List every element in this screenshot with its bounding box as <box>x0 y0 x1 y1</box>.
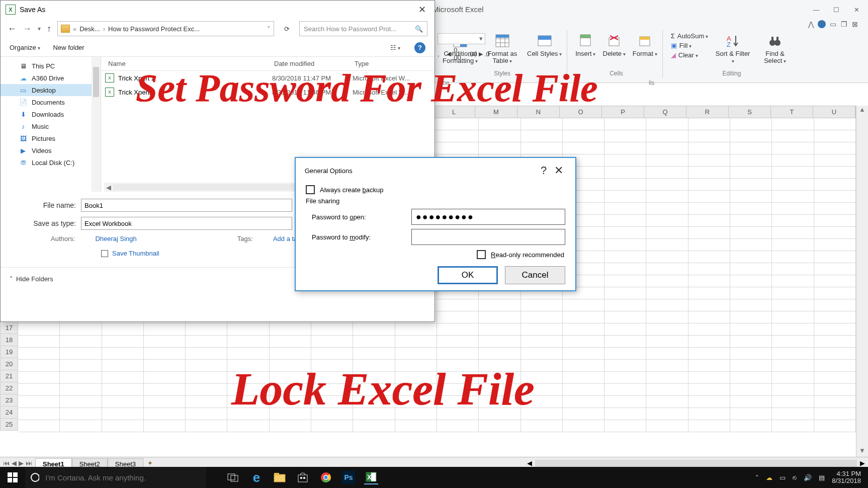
header-name[interactable]: Name <box>101 60 267 67</box>
sheet-nav-prev[interactable]: ◀ <box>12 459 17 467</box>
col-L[interactable]: L <box>433 106 475 118</box>
row-18[interactable]: 18 <box>0 334 18 346</box>
format-button[interactable]: Format <box>633 32 657 57</box>
close-button[interactable]: ✕ <box>851 4 862 15</box>
row-25[interactable]: 25 <box>0 419 18 431</box>
col-Q[interactable]: Q <box>644 106 686 118</box>
nav-a360[interactable]: ☁A360 Drive <box>1 72 101 84</box>
dialog-close-button[interactable]: ✕ <box>414 2 429 17</box>
store-icon[interactable] <box>296 470 310 484</box>
genopt-close-button[interactable]: ✕ <box>551 164 566 177</box>
tray-wifi-icon[interactable]: ⎋ <box>793 474 797 481</box>
autosum-button[interactable]: ΣAutoSum <box>671 32 708 40</box>
sheet-nav-next[interactable]: ▶ <box>19 459 24 467</box>
nav-videos[interactable]: ▶Videos <box>1 144 101 156</box>
minimize-button[interactable]: — <box>811 4 822 15</box>
format-as-table-button[interactable]: Format as Table <box>485 32 520 65</box>
fill-button[interactable]: ▣Fill <box>671 42 691 49</box>
nav-music[interactable]: ♪Music <box>1 120 101 132</box>
filename-input[interactable] <box>81 199 292 212</box>
number-format-dropdown[interactable]: ▾ <box>438 33 485 44</box>
hscroll-track[interactable] <box>535 460 857 467</box>
col-T[interactable]: T <box>771 106 813 118</box>
chrome-icon[interactable] <box>319 470 333 484</box>
col-M[interactable]: M <box>475 106 517 118</box>
insert-button[interactable]: Insert <box>575 32 595 57</box>
address-dropdown[interactable]: ˅ <box>267 25 271 33</box>
delete-button[interactable]: Delete <box>603 32 626 57</box>
breadcrumb-1[interactable]: Desk... <box>79 25 100 33</box>
nav-forward-button[interactable]: → <box>23 24 32 34</box>
hide-folders-button[interactable]: ˄ Hide Folders <box>10 275 53 283</box>
saveas-type-select[interactable] <box>81 217 292 230</box>
search-box[interactable]: Search How to Password Prot... 🔍 <box>299 21 427 36</box>
edge-icon[interactable]: e <box>249 470 264 484</box>
new-sheet-button[interactable]: ✦ <box>147 459 153 467</box>
nav-up-button[interactable]: ↑ <box>47 24 51 34</box>
col-S[interactable]: S <box>729 106 771 118</box>
organize-button[interactable]: Organize <box>10 44 40 51</box>
col-N[interactable]: N <box>517 106 560 118</box>
tray-onedrive-icon[interactable]: ☁ <box>766 474 772 481</box>
sheet-nav-first[interactable]: ⏮ <box>3 459 10 467</box>
window-close-icon[interactable]: ⊠ <box>851 20 859 28</box>
save-thumbnail-checkbox[interactable] <box>101 250 108 257</box>
nav-pictures[interactable]: 🖼Pictures <box>1 132 101 144</box>
sheet-nav-last[interactable]: ⏭ <box>26 459 32 467</box>
readonly-checkbox[interactable] <box>477 250 486 259</box>
file-explorer-icon[interactable] <box>273 470 287 484</box>
nav-desktop[interactable]: ▭Desktop <box>1 84 101 96</box>
col-O[interactable]: O <box>560 106 602 118</box>
tray-chevron-icon[interactable]: ˄ <box>755 474 759 481</box>
row-19[interactable]: 19 <box>0 346 18 358</box>
col-R[interactable]: R <box>686 106 729 118</box>
start-button[interactable] <box>0 467 25 488</box>
cortana-search[interactable] <box>25 467 206 488</box>
window-min-icon[interactable]: ▭ <box>829 20 837 28</box>
row-23[interactable]: 23 <box>0 394 18 406</box>
nav-downloads[interactable]: ⬇Downloads <box>1 108 101 120</box>
task-view-icon[interactable] <box>226 470 240 484</box>
clock[interactable]: 4:31 PM 8/31/2018 <box>832 470 861 485</box>
row-21[interactable]: 21 <box>0 370 18 382</box>
dialog-help-button[interactable]: ? <box>414 42 425 53</box>
cortana-input[interactable] <box>45 473 206 482</box>
cancel-button[interactable]: Cancel <box>505 266 565 284</box>
tray-notifications-icon[interactable]: ▤ <box>819 474 825 481</box>
maximize-button[interactable]: ☐ <box>831 4 842 15</box>
cell-styles-button[interactable]: Cell Styles <box>527 32 562 57</box>
authors-value[interactable]: Dheeraj Singh <box>95 235 136 242</box>
view-options-button[interactable]: ☷ <box>390 44 401 51</box>
always-backup-checkbox[interactable] <box>306 185 315 194</box>
row-22[interactable]: 22 <box>0 382 18 394</box>
row-20[interactable]: 20 <box>0 358 18 370</box>
hscroll-right[interactable]: ▶ <box>860 459 865 467</box>
row-17[interactable]: 17 <box>0 322 18 334</box>
address-bar[interactable]: « Desk... › How to Password Protect Exc.… <box>57 21 274 36</box>
header-type[interactable]: Type <box>348 60 418 67</box>
vertical-scrollbar[interactable]: ▲ ▼ <box>856 106 868 457</box>
tray-volume-icon[interactable]: 🔊 <box>804 474 812 481</box>
file-row[interactable]: X Trick Xpert 8/30/2018 11:46 PM Microso… <box>101 85 435 99</box>
nav-scrollbar[interactable] <box>92 57 101 192</box>
find-select-button[interactable]: Find & Select <box>757 32 793 65</box>
photoshop-icon[interactable]: Ps <box>342 471 355 484</box>
password-open-input[interactable] <box>411 209 565 225</box>
nav-local-disk[interactable]: ⛃Local Disk (C:) <box>1 156 101 169</box>
excel-icon[interactable]: X <box>364 470 378 484</box>
sort-filter-button[interactable]: AZ Sort & Filter <box>715 32 750 65</box>
window-restore-icon[interactable]: ❐ <box>840 20 848 28</box>
file-row[interactable]: X Trick Xpert 2 8/30/2018 11:47 PM Micro… <box>101 71 435 85</box>
help-icon[interactable]: ? <box>818 20 826 28</box>
breadcrumb-2[interactable]: How to Password Protect Exc... <box>108 25 200 33</box>
ok-button[interactable]: OK <box>438 266 498 284</box>
genopt-help-button[interactable]: ? <box>536 164 551 177</box>
ribbon-minimize-icon[interactable]: ⋀ <box>807 20 815 28</box>
refresh-button[interactable]: ⟳ <box>280 25 293 33</box>
row-24[interactable]: 24 <box>0 406 18 419</box>
col-P[interactable]: P <box>602 106 644 118</box>
nav-documents[interactable]: 📄Documents <box>1 96 101 108</box>
new-folder-button[interactable]: New folder <box>53 44 84 51</box>
hscroll-left[interactable]: ◀ <box>527 459 532 467</box>
nav-back-button[interactable]: ← <box>8 24 17 34</box>
